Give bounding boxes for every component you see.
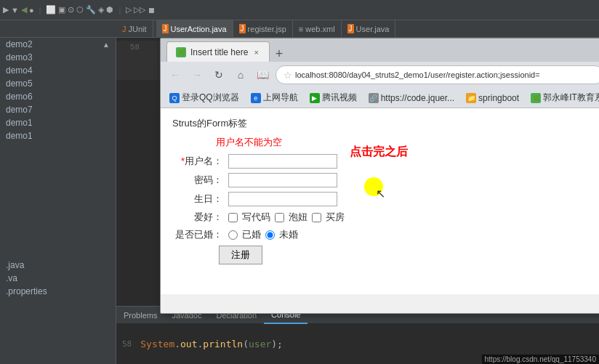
folder-icon: 📁 [466, 93, 476, 103]
toolbar-icon-12[interactable]: ▷ [126, 5, 132, 15]
toolbar-icon-9[interactable]: 🔧 [86, 5, 96, 15]
browser-content: Struts的Form标签 用户名不能为空 *用户名： 密码： [161, 108, 599, 294]
tab-register-label: register.jsp [248, 25, 286, 33]
bookmark-nav[interactable]: e 上网导航 [248, 90, 301, 105]
toolbar-icon-4[interactable]: ● [29, 6, 34, 15]
birthday-row: 生日： [172, 190, 347, 209]
java-icon-1: J [162, 24, 169, 33]
bookmark-qq-label: 登录QQ浏览器 [182, 92, 239, 104]
home-button[interactable]: ⌂ [232, 66, 249, 84]
sidebar-item-demo6[interactable]: demo6 [0, 90, 116, 103]
username-input[interactable] [228, 154, 337, 169]
required-star: * [181, 155, 185, 166]
ide-toolbar: ▶ ▼ ◀ ● | ⬜ ▣ ⊙ ⬡ 🔧 ◈ ⬢ | ▷ ▷▷ ⏹ [0, 0, 599, 20]
sidebar-item-demo5[interactable]: demo5 [0, 77, 116, 90]
hobby-checkboxes: 写代码 泡妞 买房 [228, 211, 345, 224]
bookmark-guo[interactable]: 🌿 郭永峰IT教育系 [528, 90, 599, 105]
address-text: localhost:8080/day04_struts2_demo1/user/… [295, 70, 540, 79]
watermark: https://blog.csdn.net/qq_11753340 [482, 355, 599, 364]
tab-userjava[interactable]: J User.java [342, 20, 396, 38]
sidebar-item-properties[interactable]: .properties [0, 285, 116, 298]
refresh-button[interactable]: ↻ [210, 66, 228, 84]
username-row: *用户名： [172, 152, 347, 171]
toolbar-icon-11[interactable]: ⬢ [106, 5, 113, 15]
nav-icon: e [251, 93, 261, 103]
bookmark-guo-label: 郭永峰IT教育系 [543, 92, 599, 104]
hint-text: 点击完之后 [350, 145, 408, 160]
sidebar-item-demo7[interactable]: demo7 [0, 103, 116, 116]
hobby-code-checkbox[interactable] [228, 213, 238, 222]
sidebar-item-demo7-label: demo7 [6, 105, 33, 115]
married-radios: 已婚 未婚 [228, 228, 345, 241]
sidebar-item-demo4[interactable]: demo4 [0, 64, 116, 77]
sidebar-item-demo5-label: demo5 [6, 78, 33, 89]
submit-button[interactable]: 注册 [219, 246, 262, 264]
sidebar-properties-label: .properties [6, 286, 47, 296]
form-heading: Struts的Form标签 [172, 117, 598, 130]
toolbar-icon-10[interactable]: ◈ [98, 5, 104, 15]
tab-webxml[interactable]: ≡ web.xml [293, 20, 342, 38]
tab-useraction-label: UserAction.java [171, 25, 227, 33]
sidebar-item-demo1b-label: demo1 [6, 131, 33, 141]
bookmark-tencent[interactable]: ▶ 腾讯视频 [307, 90, 360, 105]
sidebar-item-demo3[interactable]: demo3 [0, 51, 116, 64]
bookmark-qq[interactable]: Q 登录QQ浏览器 [166, 90, 242, 105]
bottom-tab-problems[interactable]: Problems [116, 307, 164, 324]
toolbar-icon-13[interactable]: ▷▷ [134, 5, 145, 15]
married-row: 是否已婚： 已婚 未婚 [172, 226, 347, 243]
guo-icon: 🌿 [531, 93, 541, 103]
hobby-paniu-checkbox[interactable] [275, 213, 284, 222]
toolbar-icon-1[interactable]: ▶ [3, 5, 9, 15]
address-bar[interactable]: ☆ localhost:8080/day04_struts2_demo1/use… [276, 65, 599, 84]
back-button[interactable]: ← [166, 66, 184, 84]
bookmark-springboot[interactable]: 📁 springboot [463, 92, 522, 105]
hobby-label: 爱好： [172, 209, 225, 226]
ide-container: ▶ ▼ ◀ ● | ⬜ ▣ ⊙ ⬡ 🔧 ◈ ⬢ | ▷ ▷▷ ⏹ J JUnit… [0, 0, 599, 364]
tab-register[interactable]: J register.jsp [233, 20, 293, 38]
browser-nav-bar: ← → ↻ ⌂ 📖 ☆ localhost:8080/day04_struts2… [161, 62, 599, 88]
tab-useraction[interactable]: J UserAction.java [156, 20, 233, 38]
toolbar-icon-14[interactable]: ⏹ [148, 6, 156, 15]
toolbar-icon-7[interactable]: ⊙ [68, 5, 74, 15]
address-star-icon: ☆ [284, 70, 292, 81]
hobby-house-checkbox[interactable] [312, 213, 321, 222]
new-tab-button[interactable]: + [270, 46, 289, 62]
sidebar-item-va[interactable]: .va [0, 272, 116, 285]
hobby-house-label: 买房 [326, 211, 345, 224]
password-input[interactable] [228, 173, 337, 187]
sidebar-item-demo1a[interactable]: demo1 [0, 116, 116, 129]
sidebar-item-demo2[interactable]: demo2 ▲ [0, 38, 116, 51]
toolbar-icon-5[interactable]: ⬜ [46, 5, 56, 15]
birthday-input-cell [225, 190, 347, 209]
browser-active-tab[interactable]: 🌿 Insert title here × [166, 41, 270, 62]
bookmark-jquery-label: https://code.jquer... [381, 93, 454, 103]
married-label: 是否已婚： [172, 226, 225, 243]
sidebar-item-demo6-label: demo6 [6, 92, 33, 102]
browser-window: 🌿 Insert title here × + ← → ↻ ⌂ 📖 ☆ loca [160, 38, 599, 314]
bookmark-jquery[interactable]: 🔗 https://code.jquer... [366, 92, 457, 105]
user-variable: user [249, 339, 271, 349]
ide-file-tabs: J JUnit J UserAction.java J register.jsp… [0, 20, 599, 38]
toolbar-icon-3[interactable]: ◀ [21, 5, 27, 15]
toolbar-icon-6[interactable]: ▣ [58, 5, 65, 15]
line-number-23: 58 [116, 41, 145, 80]
married-no-radio[interactable] [265, 230, 275, 240]
bottom-code-text: System.out.println(user); [140, 339, 283, 349]
sidebar-scroll-up[interactable]: ▲ [102, 41, 110, 49]
bookmark-nav-button[interactable]: 📖 [254, 66, 271, 84]
hobby-row: 爱好： 写代码 泡妞 买房 [172, 209, 347, 226]
sidebar-item-java[interactable]: .java [0, 259, 116, 272]
sidebar-item-demo1b[interactable]: demo1 [0, 129, 116, 142]
birthday-input[interactable] [228, 192, 337, 206]
toolbar-icon-8[interactable]: ⬡ [76, 5, 84, 15]
tab-junit[interactable]: J JUnit [116, 20, 153, 38]
toolbar-icon-2[interactable]: ▼ [11, 6, 19, 15]
bookmarks-bar: Q 登录QQ浏览器 e 上网导航 ▶ 腾讯视频 🔗 https://code.j… [161, 88, 599, 108]
tab-close-button[interactable]: × [252, 48, 260, 57]
sidebar-java-label: .java [6, 260, 24, 270]
tab-webxml-label: web.xml [305, 25, 334, 33]
married-yes-radio[interactable] [228, 230, 238, 240]
junit-icon: J [122, 25, 126, 33]
sidebar-item-demo3-label: demo3 [6, 52, 33, 62]
forward-button[interactable]: → [188, 66, 206, 84]
